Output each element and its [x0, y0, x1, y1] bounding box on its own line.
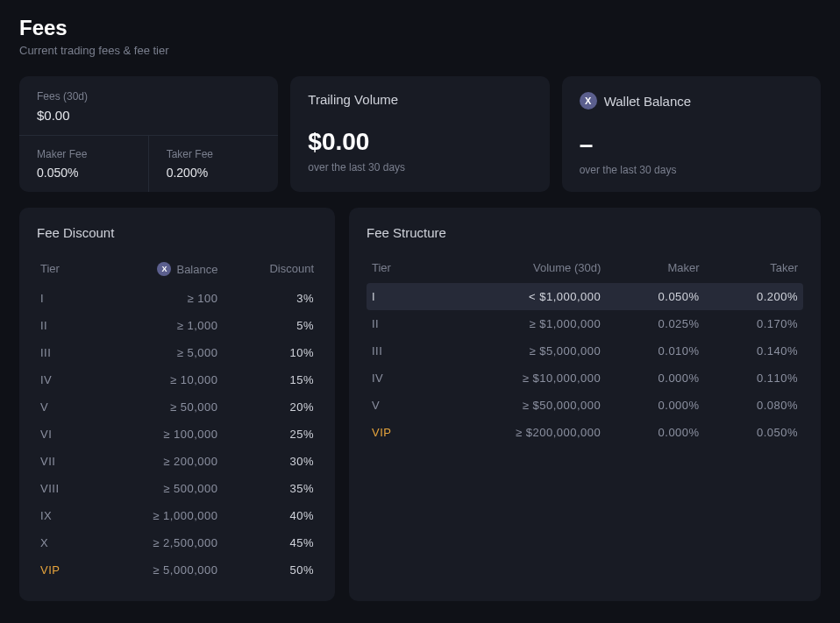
fees-30d-label: Fees (30d): [37, 90, 260, 103]
maker-cell: 0.010%: [606, 337, 704, 365]
tier-cell: IV: [367, 365, 424, 392]
discount-col-balance: X Balance: [87, 256, 221, 285]
volume-cell: ≥ $1,000,000: [424, 310, 607, 337]
discount-col-tier: Tier: [37, 256, 87, 285]
table-row: II≥ 1,0005%: [37, 312, 317, 339]
discount-col-discount: Discount: [221, 256, 317, 285]
tier-cell: IX: [37, 502, 87, 529]
fee-structure-title: Fee Structure: [367, 225, 803, 240]
structure-col-tier: Tier: [367, 256, 424, 283]
fee-discount-title: Fee Discount: [37, 225, 317, 240]
table-row: IV≥ $10,000,0000.000%0.110%: [367, 365, 803, 392]
discount-cell: 25%: [221, 421, 317, 448]
tier-cell: III: [37, 339, 87, 366]
table-row: III≥ 5,00010%: [37, 339, 317, 366]
table-row: IV≥ 10,00015%: [37, 366, 317, 393]
structure-col-taker: Taker: [705, 256, 803, 283]
maker-cell: 0.000%: [606, 392, 704, 419]
wallet-balance-title: Wallet Balance: [604, 94, 692, 109]
fee-discount-card: Fee Discount Tier X Balance Discount I≥ …: [19, 208, 335, 601]
taker-cell: 0.200%: [705, 283, 803, 310]
table-row: II≥ $1,000,0000.025%0.170%: [367, 310, 803, 337]
balance-cell: ≥ 10,000: [87, 366, 221, 393]
balance-cell: ≥ 50,000: [87, 393, 221, 421]
table-row: V≥ $50,000,0000.000%0.080%: [367, 392, 803, 419]
token-icon: X: [157, 262, 171, 276]
page-subtitle: Current trading fees & fee tier: [19, 44, 821, 57]
trailing-volume-value: $0.00: [308, 128, 531, 156]
tier-cell: VII: [37, 448, 87, 475]
taker-cell: 0.080%: [705, 392, 803, 419]
table-row: X≥ 2,500,00045%: [37, 529, 317, 556]
maker-cell: 0.050%: [606, 283, 704, 310]
page-title: Fees: [19, 16, 821, 40]
balance-cell: ≥ 1,000: [87, 312, 221, 339]
tier-cell: I: [37, 285, 87, 312]
balance-cell: ≥ 100: [87, 285, 221, 312]
tier-cell: VIP: [367, 419, 424, 446]
wallet-balance-subtext: over the last 30 days: [580, 164, 803, 176]
trailing-volume-card: Trailing Volume $0.00 over the last 30 d…: [290, 76, 549, 192]
discount-cell: 30%: [221, 448, 317, 475]
token-icon: X: [580, 92, 597, 110]
table-row: V≥ 50,00020%: [37, 393, 317, 421]
taker-cell: 0.170%: [705, 310, 803, 337]
taker-fee-value: 0.200%: [167, 166, 261, 180]
table-row: VIP≥ 5,000,00050%: [37, 556, 317, 584]
table-row: VII≥ 200,00030%: [37, 448, 317, 475]
taker-cell: 0.140%: [705, 337, 803, 365]
table-row: IX≥ 1,000,00040%: [37, 502, 317, 529]
tier-cell: VI: [37, 421, 87, 448]
maker-cell: 0.025%: [606, 310, 704, 337]
fees-summary-card: Fees (30d) $0.00 Maker Fee 0.050% Taker …: [19, 76, 278, 192]
volume-cell: < $1,000,000: [424, 283, 607, 310]
table-row: VIP≥ $200,000,0000.000%0.050%: [367, 419, 803, 446]
balance-cell: ≥ 1,000,000: [87, 502, 221, 529]
tier-cell: III: [367, 337, 424, 365]
tier-cell: IV: [37, 366, 87, 393]
summary-cards: Fees (30d) $0.00 Maker Fee 0.050% Taker …: [19, 76, 821, 192]
table-row: VI≥ 100,00025%: [37, 421, 317, 448]
taker-cell: 0.050%: [705, 419, 803, 446]
balance-cell: ≥ 5,000,000: [87, 556, 221, 584]
balance-cell: ≥ 5,000: [87, 339, 221, 366]
structure-col-volume: Volume (30d): [424, 256, 607, 283]
discount-cell: 20%: [221, 393, 317, 421]
tier-cell: V: [37, 393, 87, 421]
taker-fee-label: Taker Fee: [167, 148, 261, 160]
tables-row: Fee Discount Tier X Balance Discount I≥ …: [19, 208, 821, 601]
trailing-volume-title: Trailing Volume: [308, 92, 398, 107]
fees-30d-value: $0.00: [37, 108, 260, 123]
tier-cell: II: [367, 310, 424, 337]
balance-cell: ≥ 500,000: [87, 475, 221, 502]
discount-cell: 45%: [221, 529, 317, 556]
maker-cell: 0.000%: [606, 419, 704, 446]
tier-cell: VIP: [37, 556, 87, 584]
volume-cell: ≥ $5,000,000: [424, 337, 607, 365]
volume-cell: ≥ $200,000,000: [424, 419, 607, 446]
wallet-balance-value: –: [580, 131, 803, 159]
discount-cell: 10%: [221, 339, 317, 366]
trailing-volume-subtext: over the last 30 days: [308, 161, 531, 173]
table-row: I≥ 1003%: [37, 285, 317, 312]
maker-fee-label: Maker Fee: [37, 148, 131, 160]
discount-cell: 35%: [221, 475, 317, 502]
fee-structure-card: Fee Structure Tier Volume (30d) Maker Ta…: [349, 208, 821, 601]
table-row: I< $1,000,0000.050%0.200%: [367, 283, 803, 310]
discount-cell: 15%: [221, 366, 317, 393]
maker-cell: 0.000%: [606, 365, 704, 392]
structure-col-maker: Maker: [606, 256, 704, 283]
tier-cell: I: [367, 283, 424, 310]
table-row: VIII≥ 500,00035%: [37, 475, 317, 502]
tier-cell: II: [37, 312, 87, 339]
fee-structure-table: Tier Volume (30d) Maker Taker I< $1,000,…: [367, 256, 803, 446]
table-row: III≥ $5,000,0000.010%0.140%: [367, 337, 803, 365]
discount-cell: 5%: [221, 312, 317, 339]
volume-cell: ≥ $50,000,000: [424, 392, 607, 419]
taker-cell: 0.110%: [705, 365, 803, 392]
balance-cell: ≥ 2,500,000: [87, 529, 221, 556]
maker-fee-value: 0.050%: [37, 166, 131, 180]
fee-discount-table: Tier X Balance Discount I≥ 1003%II≥ 1,00…: [37, 256, 317, 584]
wallet-balance-card: X Wallet Balance – over the last 30 days: [562, 76, 821, 192]
discount-cell: 3%: [221, 285, 317, 312]
